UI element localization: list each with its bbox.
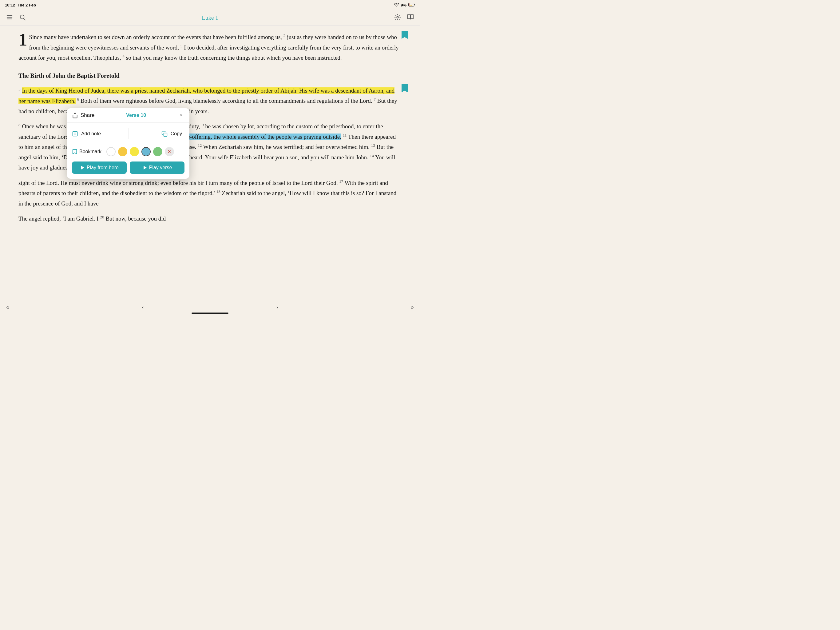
svg-marker-14 (144, 166, 147, 169)
play-verse-label: Play verse (149, 165, 172, 171)
copy-button[interactable]: Copy (135, 131, 185, 137)
copy-label: Copy (171, 131, 182, 136)
close-button[interactable]: × (178, 112, 185, 119)
color-swatch-white[interactable] (106, 147, 115, 156)
share-button[interactable]: Share (72, 112, 95, 119)
play-from-here-button[interactable]: Play from here (72, 161, 127, 174)
color-swatch-yellow[interactable] (118, 147, 127, 156)
bookmark-button[interactable]: Bookmark (72, 149, 101, 155)
color-swatch-lightyellow[interactable] (130, 147, 139, 156)
popup-header: Share Verse 10 × (67, 108, 189, 123)
color-swatch-blue[interactable] (141, 147, 151, 156)
popup-actions-row: Add note Copy (72, 126, 185, 142)
add-note-button[interactable]: Add note (72, 131, 121, 137)
popup-body: Add note Copy Bookmark (67, 123, 189, 179)
popup-overlay: Share Verse 10 × Add note (0, 0, 420, 315)
bookmark-colors-row: Bookmark × (72, 144, 185, 159)
context-menu-popup: Share Verse 10 × Add note (67, 108, 189, 179)
popup-row-divider2 (72, 160, 185, 160)
play-verse-button[interactable]: Play verse (130, 161, 185, 174)
share-label: Share (81, 112, 95, 119)
verse-label: Verse 10 (126, 112, 146, 118)
play-from-here-label: Play from here (87, 165, 119, 171)
color-swatch-green[interactable] (153, 147, 163, 156)
svg-marker-13 (81, 166, 84, 169)
bookmark-label-text: Bookmark (79, 149, 101, 154)
color-delete-button[interactable]: × (165, 147, 174, 156)
play-buttons-row: Play from here Play verse (72, 161, 185, 174)
popup-row-divider (72, 143, 185, 143)
add-note-label: Add note (81, 131, 101, 136)
svg-rect-12 (164, 133, 167, 136)
